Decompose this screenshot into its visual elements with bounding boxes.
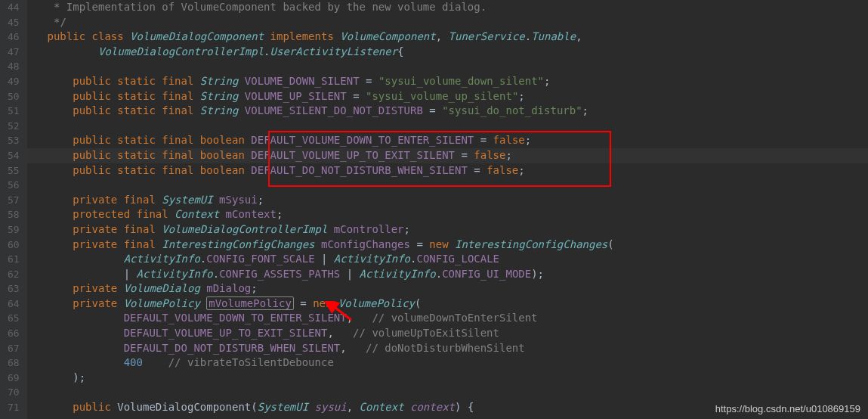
code-token: final [162,75,200,87]
code-line[interactable]: public class VolumeDialogComponent imple… [35,29,868,45]
code-line[interactable]: protected final Context mContext; [35,207,868,222]
code-token: "sysui_volume_down_silent" [378,75,544,87]
code-token: ; [582,104,588,116]
code-line[interactable]: * Implementation of VolumeComponent back… [35,0,868,15]
code-token: final [124,238,162,250]
code-token: , [347,312,372,324]
line-number: 59 [8,222,20,237]
code-line[interactable]: private VolumePolicy mVolumePolicy = new… [35,296,868,312]
code-token: InterestingConfigChanges [162,238,321,250]
code-token: public [73,104,117,116]
code-token: ( [607,238,613,250]
code-token: false [474,149,505,161]
code-editor[interactable]: 4445464748495051525354555657585960616263… [0,0,868,419]
code-token: CONFIG_LOCALE [416,253,499,265]
code-token: static [117,90,162,102]
code-token: final [162,90,200,102]
watermark-text: https://blog.csdn.net/u010869159 [715,403,860,414]
code-token: Context [175,208,225,220]
code-token: String [200,75,245,87]
code-token: final [162,164,200,176]
code-token: class [92,30,131,42]
code-line[interactable]: public static final boolean DEFAULT_VOLU… [35,133,868,148]
code-line[interactable]: ); [35,371,868,386]
line-number: 65 [8,311,20,326]
code-line[interactable]: public static final boolean DEFAULT_VOLU… [35,148,868,163]
code-token: . [200,253,206,265]
code-token: String [200,90,245,102]
line-number: 67 [8,341,20,356]
code-token: VOLUME_UP_SILENT [245,90,347,102]
code-token: DEFAULT_VOLUME_UP_TO_EXIT_SILENT [251,149,455,161]
code-token: static [117,75,162,87]
code-line[interactable]: public static final String VOLUME_SILENT… [35,104,868,119]
code-line[interactable]: VolumeDialogControllerImpl.UserActivityL… [35,45,868,60]
line-number: 60 [8,237,20,253]
code-line[interactable] [35,178,868,193]
code-token: . [264,45,270,57]
line-number: 63 [8,281,20,296]
code-token: ( [251,401,257,413]
code-line[interactable]: */ [35,15,868,30]
code-token: VolumeDialogControllerImpl [98,45,264,57]
code-token: mConfigChanges [321,238,410,250]
code-token: ; [404,223,410,235]
code-token: private [73,223,123,235]
line-number: 48 [8,59,20,74]
line-number: 71 [8,400,20,415]
code-line[interactable] [35,59,868,74]
code-token: VolumePolicy [124,297,207,309]
code-token: boolean [200,149,251,161]
code-line[interactable]: DEFAULT_VOLUME_UP_TO_EXIT_SILENT, // vol… [35,326,868,341]
code-line[interactable]: | ActivityInfo.CONFIG_ASSETS_PATHS | Act… [35,267,868,282]
code-line[interactable]: private final VolumeDialogControllerImpl… [35,222,868,237]
code-line[interactable]: private VolumeDialog mDialog; [35,281,868,296]
code-token: . [525,30,531,42]
line-number: 61 [8,252,20,267]
line-number: 46 [8,29,20,45]
code-line[interactable]: public static final String VOLUME_UP_SIL… [35,89,868,104]
code-token: context [410,401,455,413]
code-token: new [313,297,338,309]
code-token: ); [73,371,85,383]
code-line[interactable]: ActivityInfo.CONFIG_FONT_SCALE | Activit… [35,252,868,267]
code-token: ActivityInfo [124,253,200,265]
line-number: 49 [8,74,20,89]
code-token: = [468,164,487,176]
code-token: ActivityInfo [360,268,436,280]
code-token: ActivityInfo [137,268,213,280]
code-token: ; [258,194,264,206]
code-token: , [327,327,353,339]
code-token: // doNotDisturbWhenSilent [366,342,525,354]
line-number: 54 [8,148,20,163]
code-token: DEFAULT_VOLUME_DOWN_TO_ENTER_SILENT [124,312,347,324]
code-line[interactable]: DEFAULT_DO_NOT_DISTURB_WHEN_SILENT, // d… [35,341,868,356]
code-line[interactable]: 400 // vibrateToSilentDebounce [35,355,868,371]
code-token: mDialog [206,282,251,294]
code-token: public [73,134,117,146]
code-token: ; [276,208,283,220]
code-line[interactable]: DEFAULT_VOLUME_DOWN_TO_ENTER_SILENT, // … [35,311,868,326]
code-line[interactable]: public static final String VOLUME_DOWN_S… [35,74,868,89]
line-number: 70 [8,385,20,400]
code-token: CONFIG_FONT_SCALE [206,253,314,265]
code-token: Tunable [531,30,576,42]
code-line[interactable]: private final SystemUI mSysui; [35,193,868,208]
code-token: VolumeDialogComponent [130,30,270,42]
code-token: ); [531,268,544,280]
code-token: Context [360,401,410,413]
code-line[interactable] [35,385,868,400]
code-area[interactable]: * Implementation of VolumeComponent back… [27,0,868,419]
code-token: , [576,30,582,42]
code-token: ; [505,149,511,161]
code-token: protected [73,208,136,220]
line-number: 44 [8,0,20,15]
code-line[interactable] [35,119,868,134]
code-line[interactable]: private final InterestingConfigChanges m… [35,237,868,253]
code-line[interactable]: public static final boolean DEFAULT_DO_N… [35,163,868,178]
code-token: // volumeUpToExitSilent [353,327,499,339]
code-token: InterestingConfigChanges [455,238,607,250]
code-token: . [213,268,219,280]
code-token: . [436,268,442,280]
code-token: , [436,30,449,42]
